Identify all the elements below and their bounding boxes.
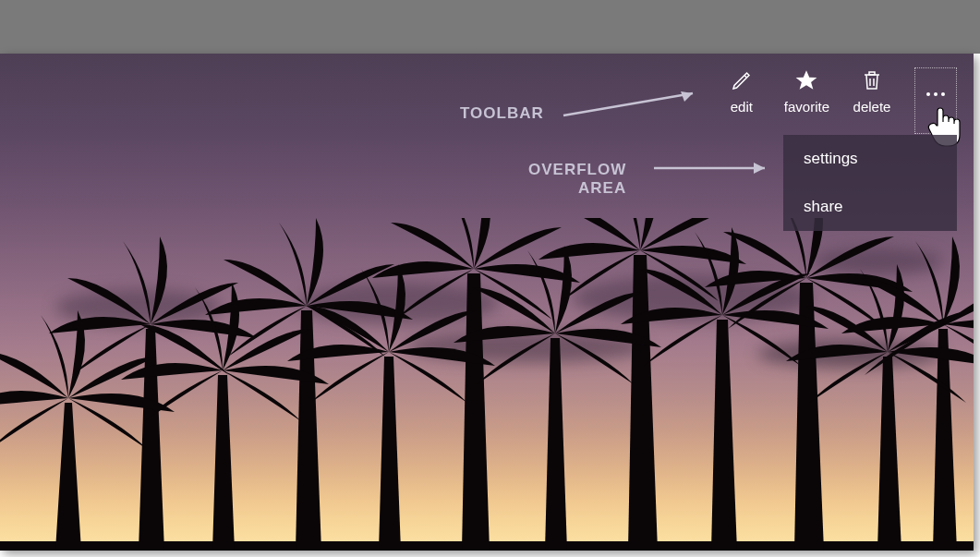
svg-line-1	[563, 93, 693, 115]
svg-marker-2	[681, 91, 693, 102]
pencil-icon	[729, 67, 755, 93]
overflow-item-share[interactable]: share	[783, 183, 957, 231]
delete-button[interactable]: delete	[850, 67, 894, 115]
svg-marker-4	[754, 163, 765, 174]
decorative-palms	[0, 218, 974, 551]
settings-label: settings	[804, 150, 858, 167]
annotation-arrow-icon	[560, 86, 708, 123]
favorite-button[interactable]: favorite	[784, 67, 829, 115]
overflow-item-settings[interactable]: settings	[783, 135, 957, 183]
window-chrome-bar	[0, 0, 980, 54]
annotation-arrow-icon	[650, 157, 780, 179]
delete-label: delete	[853, 99, 891, 115]
edit-button[interactable]: edit	[720, 67, 764, 115]
share-label: share	[804, 198, 843, 215]
svg-rect-0	[0, 541, 974, 551]
star-icon	[793, 67, 819, 93]
ellipsis-icon	[926, 92, 945, 96]
annotation-toolbar-label: TOOLBAR	[460, 104, 544, 123]
edit-label: edit	[731, 99, 753, 115]
overflow-menu: settings share	[783, 135, 957, 231]
more-button[interactable]	[914, 67, 957, 134]
command-toolbar: edit favorite delete	[720, 67, 957, 134]
photo-viewer: edit favorite delete	[0, 54, 974, 551]
annotation-overflow-label: OVERFLOW AREA	[528, 161, 626, 199]
trash-icon	[859, 67, 885, 93]
favorite-label: favorite	[784, 99, 829, 115]
